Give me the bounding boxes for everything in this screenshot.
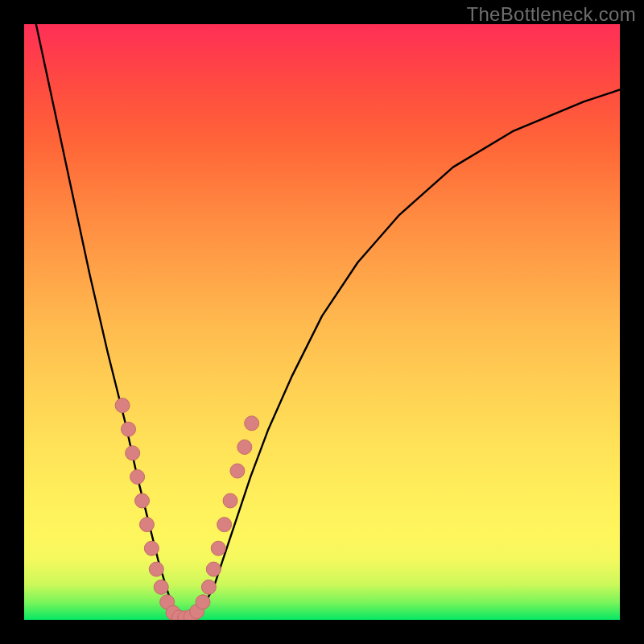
curve-marker (223, 493, 237, 508)
curve-marker (237, 440, 252, 454)
chart-frame: TheBottleneck.com (0, 0, 644, 644)
curve-marker (149, 562, 163, 576)
curve-marker (126, 446, 140, 460)
curve-overlay (24, 24, 620, 620)
curve-marker (139, 518, 154, 532)
curve-marker (130, 469, 145, 484)
curve-marker (122, 422, 136, 436)
curve-markers (115, 398, 259, 620)
curve-marker (144, 541, 159, 555)
watermark-text: TheBottleneck.com (466, 3, 636, 26)
curve-marker (245, 416, 259, 431)
curve-marker (135, 493, 150, 508)
curve-marker (201, 580, 216, 594)
curve-marker (115, 398, 130, 413)
curve-marker (230, 464, 245, 478)
plot-area (24, 24, 620, 620)
curve-marker (196, 595, 210, 609)
curve-marker (217, 518, 232, 532)
bottleneck-curve (36, 24, 620, 618)
curve-marker (211, 541, 225, 555)
curve-marker (206, 562, 221, 576)
curve-marker (154, 580, 168, 594)
